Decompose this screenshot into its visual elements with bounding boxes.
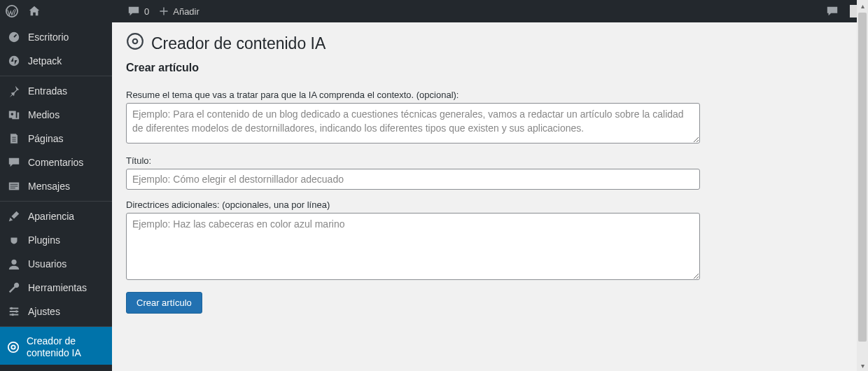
- media-icon: [7, 108, 21, 121]
- sidebar-item-dashboard[interactable]: Escritorio: [0, 25, 112, 49]
- sidebar-item-label: Herramientas: [28, 282, 87, 294]
- svg-point-5: [11, 260, 16, 265]
- sidebar-item-label: Páginas: [28, 133, 64, 145]
- admin-bar: 0 Añadir: [0, 0, 868, 22]
- add-new-label: Añadir: [173, 6, 200, 17]
- scroll-up-arrow[interactable]: ▴: [857, 0, 868, 11]
- svg-point-2: [9, 56, 19, 66]
- sidebar-item-comments[interactable]: Comentarios: [0, 150, 112, 174]
- sidebar-item-label: Jetpack: [28, 55, 62, 67]
- sidebar-item-label: Mensajes: [28, 181, 70, 192]
- sidebar-item-ai-creator[interactable]: Creador de contenido IA: [0, 326, 112, 365]
- create-article-button[interactable]: Crear artículo: [126, 292, 202, 314]
- jetpack-icon: [7, 55, 21, 67]
- sidebar-item-label: Comentarios: [28, 157, 83, 169]
- sidebar-item-jetpack[interactable]: Jetpack: [0, 49, 112, 73]
- comments-icon: [7, 156, 21, 169]
- sidebar-item-pages[interactable]: Páginas: [0, 127, 112, 150]
- sidebar-item-label: Plugins: [28, 234, 60, 246]
- notifications-icon[interactable]: [826, 5, 839, 18]
- svg-point-7: [15, 310, 18, 313]
- guidelines-label: Directrices adicionales: (opcionales, un…: [126, 200, 854, 210]
- svg-point-12: [133, 39, 138, 44]
- sidebar-item-plugins[interactable]: Plugins: [0, 228, 112, 252]
- summary-textarea[interactable]: [126, 103, 700, 144]
- pin-icon: [7, 85, 21, 97]
- svg-point-11: [127, 34, 143, 49]
- page-title-text: Creador de contenido IA: [151, 34, 326, 53]
- sidebar-item-messages[interactable]: Mensajes: [0, 174, 112, 198]
- sidebar-item-appearance[interactable]: Apariencia: [0, 201, 112, 228]
- wp-logo[interactable]: [6, 5, 18, 18]
- sidebar-item-media[interactable]: Medios: [0, 103, 112, 127]
- svg-point-10: [11, 345, 15, 349]
- svg-point-3: [11, 113, 14, 115]
- summary-label: Resume el tema que vas a tratar para que…: [126, 90, 854, 100]
- brush-icon: [7, 210, 21, 223]
- comments-count: 0: [144, 6, 149, 17]
- guidelines-textarea[interactable]: [126, 213, 700, 280]
- sidebar-item-label: Creador de contenido IA: [27, 335, 105, 359]
- sidebar-item-label: Usuarios: [28, 258, 66, 270]
- sidebar-item-label: Ajustes: [28, 306, 60, 318]
- sidebar-item-label: Entradas: [28, 85, 67, 97]
- dashboard-icon: [7, 31, 21, 43]
- sidebar-item-label: Medios: [28, 109, 59, 121]
- main-content: Creador de contenido IA Crear artículo R…: [112, 22, 868, 371]
- title-label: Título:: [126, 155, 854, 166]
- sidebar-item-label: Escritorio: [28, 31, 69, 43]
- sidebar-item-label: Apariencia: [28, 211, 74, 223]
- home-link[interactable]: [28, 5, 41, 18]
- sidebar-item-tools[interactable]: Herramientas: [0, 276, 112, 300]
- page-title: Creador de contenido IA: [126, 32, 854, 55]
- wrench-icon: [7, 281, 21, 294]
- section-heading: Crear artículo: [126, 62, 854, 74]
- add-new-link[interactable]: Añadir: [159, 6, 200, 17]
- target-icon: [7, 341, 20, 354]
- pages-icon: [7, 132, 21, 145]
- plug-icon: [7, 234, 21, 246]
- window-scrollbar[interactable]: ▴ ▾: [857, 0, 868, 371]
- sidebar-item-posts[interactable]: Entradas: [0, 76, 112, 103]
- svg-point-8: [11, 314, 14, 316]
- scroll-thumb[interactable]: [858, 13, 867, 342]
- admin-sidebar: Escritorio Jetpack Entradas Medios Págin…: [0, 22, 112, 371]
- target-icon: [126, 32, 144, 55]
- svg-point-6: [10, 307, 13, 310]
- sidebar-item-settings[interactable]: Ajustes: [0, 300, 112, 323]
- svg-point-9: [8, 342, 18, 352]
- sidebar-item-users[interactable]: Usuarios: [0, 252, 112, 276]
- scroll-down-arrow[interactable]: ▾: [857, 360, 868, 371]
- user-icon: [7, 258, 21, 270]
- messages-icon: [7, 180, 21, 192]
- sliders-icon: [7, 305, 21, 318]
- title-input[interactable]: [126, 169, 700, 190]
- comments-link[interactable]: 0: [127, 5, 149, 18]
